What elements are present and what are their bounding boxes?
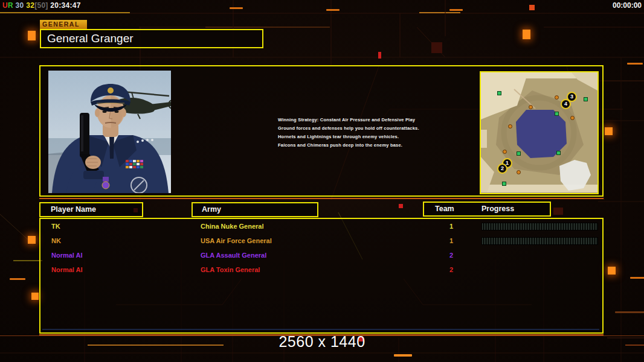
player-row: Normal AI GLA Toxin General 2 bbox=[39, 264, 601, 276]
header-army-label: Army bbox=[202, 205, 221, 214]
general-name-box: General Granger bbox=[40, 29, 263, 48]
player-name: TK bbox=[51, 220, 60, 232]
minimap-green-dot bbox=[517, 151, 521, 156]
minimap-orange-dot bbox=[517, 170, 521, 174]
panel-inner-line bbox=[42, 329, 599, 330]
general-tab: GENERAL bbox=[40, 20, 87, 29]
progress-bar bbox=[481, 237, 598, 245]
circuit-dash bbox=[326, 9, 340, 11]
glow-square bbox=[608, 267, 616, 275]
minimap-orange-dot bbox=[503, 150, 507, 154]
minimap: 1234 bbox=[480, 71, 599, 194]
player-army: GLA Toxin General bbox=[201, 264, 260, 276]
player-row: TK China Nuke General 1 bbox=[39, 220, 601, 232]
player-name: Normal AI bbox=[51, 249, 83, 261]
minimap-green-dot bbox=[555, 112, 559, 116]
minimap-orange-dot bbox=[570, 116, 575, 120]
minimap-green-dot bbox=[502, 182, 506, 186]
general-portrait bbox=[48, 71, 171, 193]
circuit-dash bbox=[615, 311, 644, 313]
progress-bar bbox=[481, 223, 598, 230]
minimap-start-marker: 2 bbox=[497, 164, 507, 174]
loading-screen: UR 30 32[50] 20:34:47 00:00:00 GENERAL G… bbox=[0, 0, 644, 362]
circuit-dash bbox=[630, 277, 644, 279]
header-army: Army bbox=[192, 202, 318, 217]
status-r: R bbox=[8, 1, 13, 10]
header-team-progress: Team Progress bbox=[423, 202, 551, 217]
status-num-blue: 30 bbox=[16, 1, 24, 10]
strategy-line: Winning Strategy: Constant Air Pressure … bbox=[278, 116, 477, 124]
status-u: U bbox=[2, 1, 8, 10]
glow-square bbox=[31, 293, 39, 300]
player-team: 2 bbox=[445, 249, 457, 261]
red-square bbox=[378, 52, 381, 59]
glow-square bbox=[523, 30, 530, 39]
debug-status-bar: UR 30 32[50] 20:34:47 bbox=[2, 1, 81, 10]
strategy-line: Ground forces and defenses help you hold… bbox=[278, 124, 477, 133]
player-row: Normal AI GLA Assault General 2 bbox=[39, 249, 601, 261]
game-timer: 00:00:00 bbox=[613, 1, 642, 10]
circuit-dash bbox=[394, 354, 412, 357]
header-team-label: Team bbox=[435, 203, 454, 215]
panel-underline bbox=[39, 198, 604, 199]
strategy-text: Winning Strategy: Constant Air Pressure … bbox=[278, 116, 477, 150]
minimap-green-dot bbox=[497, 91, 501, 95]
dim-square bbox=[431, 42, 442, 53]
status-num-yellow: 32 bbox=[26, 1, 34, 10]
player-name: NK bbox=[51, 235, 61, 247]
orange-square bbox=[529, 5, 535, 10]
dim-square bbox=[553, 208, 563, 215]
player-army: China Nuke General bbox=[201, 220, 264, 232]
glow-square bbox=[28, 236, 36, 244]
player-team: 1 bbox=[445, 235, 457, 247]
circuit-dash bbox=[449, 9, 463, 11]
glow-square bbox=[28, 31, 36, 40]
minimap-orange-dot bbox=[555, 95, 559, 100]
player-name: Normal AI bbox=[51, 264, 83, 276]
status-num-gray: [50] bbox=[34, 1, 48, 10]
minimap-green-dot bbox=[556, 151, 561, 155]
status-clock: 20:34:47 bbox=[50, 1, 80, 10]
strategy-line: Hornets and Lightnings tear through enem… bbox=[278, 133, 477, 141]
minimap-green-dot bbox=[584, 97, 588, 101]
minimap-orange-dot bbox=[508, 124, 512, 129]
circuit-dash bbox=[10, 278, 25, 280]
minimap-markers: 1234 bbox=[481, 72, 597, 193]
header-player-name: Player Name bbox=[39, 202, 143, 217]
player-army: USA Air Force General bbox=[201, 235, 272, 247]
strategy-line: Falcons and Chimeras push deep into the … bbox=[278, 141, 477, 150]
player-army: GLA Assault General bbox=[201, 249, 266, 261]
medal-ribbons bbox=[126, 160, 143, 168]
header-player-label: Player Name bbox=[51, 205, 96, 214]
red-square bbox=[399, 204, 403, 208]
minimap-start-marker: 4 bbox=[561, 99, 571, 109]
general-name: General Granger bbox=[41, 30, 262, 47]
circuit-dash bbox=[627, 63, 643, 65]
circuit-dash bbox=[230, 7, 243, 9]
player-row: NK USA Air Force General 1 bbox=[39, 235, 601, 247]
minimap-orange-dot bbox=[529, 105, 533, 109]
player-team: 1 bbox=[445, 220, 457, 232]
player-team: 2 bbox=[445, 264, 457, 276]
resolution-label: 2560 x 1440 bbox=[0, 333, 644, 351]
header-progress-label: Progress bbox=[481, 203, 514, 215]
glow-square bbox=[605, 127, 613, 135]
